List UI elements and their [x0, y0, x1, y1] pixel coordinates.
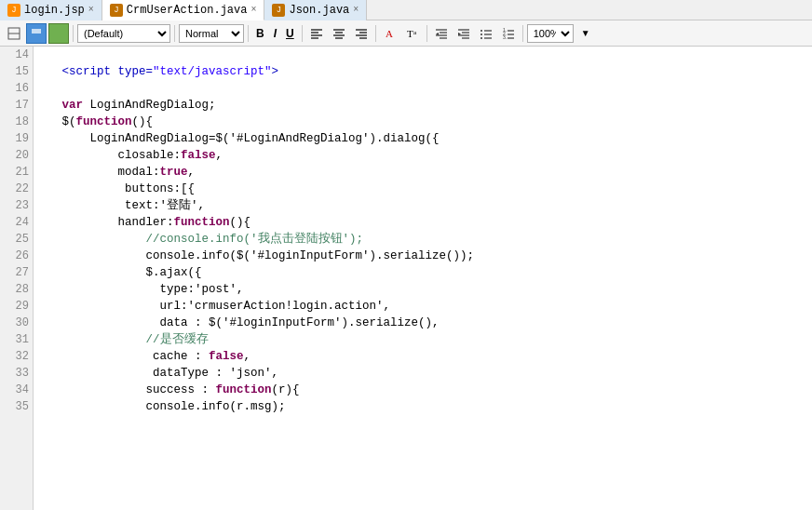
- tab-label-crm: CrmUserAction.java: [127, 4, 248, 17]
- tab-bar: J login.jsp × J CrmUserAction.java × J J…: [0, 0, 812, 20]
- toolbar-btn-2[interactable]: [26, 23, 47, 44]
- code-line[interactable]: //是否缓存: [41, 331, 812, 348]
- align-right-button[interactable]: [351, 23, 372, 44]
- bold-button[interactable]: B: [252, 24, 268, 43]
- tab-crm-action[interactable]: J CrmUserAction.java ×: [102, 0, 265, 20]
- align-center-button[interactable]: [329, 23, 349, 44]
- line-number: 35: [0, 398, 33, 415]
- line-number: 14: [0, 47, 33, 63]
- line-number: 30: [0, 315, 33, 331]
- line-number: 34: [0, 382, 33, 398]
- svg-point-30: [480, 30, 482, 32]
- line-number: 23: [0, 197, 33, 214]
- code-line[interactable]: url:'crmuserAction!login.action',: [41, 298, 812, 315]
- line-numbers: 1415161718192021222324252627282930313233…: [0, 47, 34, 510]
- code-line[interactable]: console.info($('#loginInputForm').serial…: [41, 248, 812, 264]
- separator-6: [426, 25, 427, 42]
- line-number: 16: [0, 80, 33, 97]
- code-content[interactable]: <script type="text/javascript"> var Logi…: [34, 47, 812, 510]
- tab-close-crm[interactable]: ×: [250, 5, 256, 15]
- line-number: 20: [0, 147, 33, 164]
- svg-rect-4: [53, 28, 64, 39]
- font-select[interactable]: (Default): [77, 24, 170, 43]
- code-line[interactable]: type:'post',: [41, 281, 812, 298]
- separator-2: [174, 25, 175, 42]
- code-line[interactable]: LoginAndRegDialog=$('#LoginAndRegDialog'…: [41, 130, 812, 147]
- unordered-list-button[interactable]: [476, 23, 496, 44]
- code-line[interactable]: cache : false,: [41, 348, 812, 365]
- code-line[interactable]: data : $('#loginInputForm').serialize(),: [41, 315, 812, 331]
- svg-text:T: T: [407, 28, 413, 39]
- code-line[interactable]: <script type="text/javascript">: [41, 63, 812, 80]
- svg-text:a: a: [413, 29, 417, 36]
- line-number: 32: [0, 348, 33, 365]
- code-line[interactable]: $.ajax({: [41, 264, 812, 281]
- zoom-down-button[interactable]: ▼: [575, 23, 596, 44]
- svg-point-32: [480, 34, 482, 35]
- separator-4: [302, 25, 303, 42]
- line-number: 18: [0, 114, 33, 130]
- java-icon-json: J: [272, 4, 285, 17]
- tab-label-json: Json.java: [289, 4, 349, 17]
- code-line[interactable]: dataType : 'json',: [41, 365, 812, 382]
- outdent-button[interactable]: [431, 23, 452, 44]
- code-line[interactable]: text:'登陆',: [41, 197, 812, 214]
- code-line[interactable]: closable:false,: [41, 147, 812, 164]
- separator-7: [522, 25, 523, 42]
- line-number: 29: [0, 298, 33, 315]
- line-number: 26: [0, 248, 33, 264]
- svg-rect-3: [32, 29, 41, 34]
- line-number: 24: [0, 214, 33, 231]
- code-line[interactable]: $(function(){: [41, 114, 812, 130]
- italic-button[interactable]: I: [270, 24, 280, 43]
- code-line[interactable]: buttons:[{: [41, 181, 812, 197]
- underline-button[interactable]: U: [282, 24, 298, 43]
- line-number: 33: [0, 365, 33, 382]
- align-left-button[interactable]: [306, 23, 327, 44]
- line-number: 17: [0, 97, 33, 114]
- line-number: 22: [0, 181, 33, 197]
- tab-login-jsp[interactable]: J login.jsp ×: [0, 0, 102, 20]
- code-line[interactable]: [41, 47, 812, 63]
- code-line[interactable]: //console.info('我点击登陆按钮');: [41, 231, 812, 248]
- tab-close-json[interactable]: ×: [353, 5, 359, 15]
- line-number: 27: [0, 264, 33, 281]
- java-icon-crm: J: [110, 4, 123, 17]
- code-editor: 1415161718192021222324252627282930313233…: [0, 47, 812, 510]
- toolbar: (Default) Normal B I U A T a 1.2.3.: [0, 20, 812, 47]
- code-line[interactable]: modal:true,: [41, 164, 812, 181]
- tab-json-java[interactable]: J Json.java ×: [264, 0, 367, 20]
- line-number: 21: [0, 164, 33, 181]
- line-number: 25: [0, 231, 33, 248]
- indent-button[interactable]: [453, 23, 474, 44]
- code-line[interactable]: handler:function(){: [41, 214, 812, 231]
- line-number: 19: [0, 130, 33, 147]
- tab-label: login.jsp: [24, 4, 85, 17]
- tab-close-login-jsp[interactable]: ×: [88, 5, 94, 15]
- line-number: 15: [0, 63, 33, 80]
- ordered-list-button[interactable]: 1.2.3.: [498, 23, 519, 44]
- separator-5: [375, 25, 376, 42]
- toolbar-btn-3[interactable]: [48, 23, 69, 44]
- svg-point-34: [480, 37, 482, 39]
- line-number: 31: [0, 331, 33, 348]
- code-line[interactable]: var LoginAndRegDialog;: [41, 97, 812, 114]
- line-number: 28: [0, 281, 33, 298]
- jsp-icon: J: [7, 4, 20, 17]
- color-button[interactable]: A: [380, 23, 400, 44]
- separator-3: [248, 25, 249, 42]
- font-size-button[interactable]: T a: [402, 23, 423, 44]
- separator-1: [73, 25, 74, 42]
- code-line[interactable]: success : function(r){: [41, 382, 812, 398]
- style-select[interactable]: Normal: [179, 24, 244, 43]
- toolbar-btn-1[interactable]: [4, 23, 24, 44]
- code-line[interactable]: [41, 80, 812, 97]
- code-line[interactable]: console.info(r.msg);: [41, 398, 812, 415]
- zoom-select[interactable]: 100%: [527, 24, 574, 43]
- svg-text:3.: 3.: [503, 34, 507, 40]
- svg-text:A: A: [386, 28, 393, 39]
